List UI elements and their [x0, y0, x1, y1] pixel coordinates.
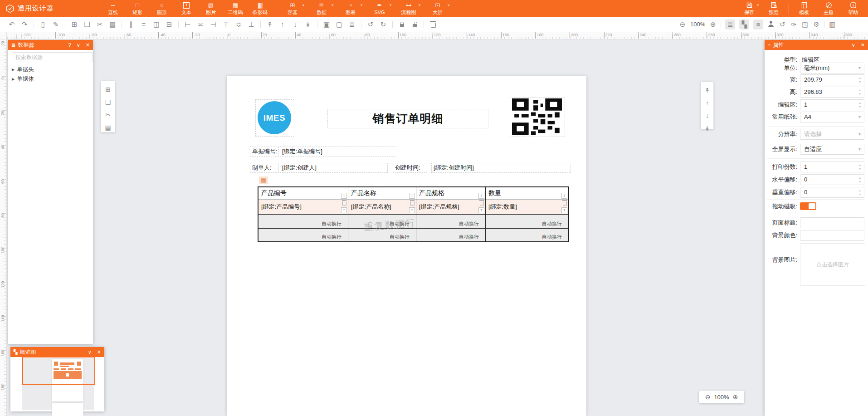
- cut-icon[interactable]: ✂: [104, 110, 112, 119]
- field-label[interactable]: 创建时间:: [393, 163, 427, 173]
- minimap-viewport[interactable]: [22, 357, 95, 385]
- detail-table[interactable]: 产品编号 产品名称 产品规格 数量 [绑定:产品编号] [绑定:产品名称] [绑…: [258, 186, 569, 242]
- align-bottom-icon[interactable]: ⊥: [248, 20, 255, 29]
- field-binding[interactable]: [绑定:单据编号]: [280, 147, 397, 157]
- height-input[interactable]: 296.83: [800, 87, 864, 98]
- stepper-icons[interactable]: [858, 88, 862, 97]
- cut-icon[interactable]: ✂: [96, 20, 103, 29]
- preview-button[interactable]: 预览: [761, 0, 786, 17]
- merge-layer-icon[interactable]: ≣: [348, 20, 356, 29]
- zoom-in-icon[interactable]: ⊕: [733, 393, 738, 401]
- field-binding[interactable]: [绑定:创建人]: [280, 163, 388, 173]
- zoom-in-icon[interactable]: ⊕: [709, 20, 717, 29]
- theme-button[interactable]: 主题: [816, 0, 841, 17]
- unlock-icon[interactable]: [411, 20, 418, 29]
- tool-barcode[interactable]: ∥∥条形码: [248, 0, 272, 17]
- widget-view-icon[interactable]: ▚: [739, 20, 749, 29]
- send-back-icon[interactable]: ↡: [704, 124, 711, 133]
- copy-icon[interactable]: ❏: [104, 98, 112, 107]
- send-back-icon[interactable]: ↡: [304, 20, 312, 29]
- layers-view-icon[interactable]: ≣: [725, 20, 735, 29]
- stepper-icons[interactable]: [858, 163, 862, 172]
- user-icon[interactable]: [767, 20, 775, 29]
- group-icon[interactable]: ▣: [323, 20, 330, 29]
- move-down-icon[interactable]: ↓: [704, 111, 711, 120]
- tool-chart[interactable]: ◔∨图表: [336, 0, 365, 17]
- close-icon[interactable]: ✕: [861, 40, 865, 50]
- tool-bigscreen[interactable]: ⊡∨大屏: [423, 0, 452, 17]
- qrcode-element[interactable]: [510, 97, 565, 137]
- field-label[interactable]: 单据编号:: [250, 147, 279, 157]
- outline-view-icon[interactable]: ≡: [753, 20, 763, 29]
- tool-rect[interactable]: □矩形: [125, 0, 150, 17]
- stepper-icons[interactable]: [858, 101, 862, 110]
- tool-circle[interactable]: ○圆形: [150, 0, 174, 17]
- stepper-icons[interactable]: [858, 76, 862, 85]
- tool-text[interactable]: T文本: [174, 0, 199, 17]
- trash-icon[interactable]: [410, 201, 414, 206]
- plugin-icon[interactable]: ◳: [801, 20, 809, 29]
- bring-front-icon[interactable]: ↟: [266, 20, 273, 29]
- align-center-icon[interactable]: ≍: [197, 20, 204, 29]
- equal-height-icon[interactable]: ⊟: [166, 20, 173, 29]
- collapse-icon[interactable]: ∨: [77, 40, 80, 50]
- trash-icon[interactable]: [342, 201, 346, 206]
- tree-item-header[interactable]: ▶ 单据头: [12, 65, 34, 74]
- panel-toggle-icon[interactable]: ▥: [829, 20, 836, 29]
- bring-front-icon[interactable]: ↟: [704, 86, 711, 95]
- bg-image-picker[interactable]: 点击选择图片: [800, 243, 865, 286]
- zoom-level[interactable]: 100%: [690, 20, 705, 29]
- header-cell[interactable]: 数量: [486, 187, 568, 200]
- trash-icon[interactable]: [480, 201, 484, 206]
- align-middle-icon[interactable]: ≎: [235, 20, 242, 29]
- settings-icon[interactable]: ⚙: [813, 20, 820, 29]
- overview-panel-header[interactable]: ▚ 概览图 ∨ ✕: [10, 347, 104, 357]
- paste-icon[interactable]: ▤: [109, 20, 116, 29]
- field-label[interactable]: 制单人:: [250, 163, 279, 173]
- bg-color-input[interactable]: [800, 230, 864, 241]
- width-input[interactable]: 209.79: [800, 74, 864, 85]
- new-page-icon[interactable]: ▯: [39, 20, 47, 29]
- header-cell[interactable]: 产品编号: [258, 187, 348, 200]
- close-icon[interactable]: ✕: [97, 347, 101, 357]
- unit-select[interactable]: 毫米(mm): [800, 63, 864, 73]
- delete-icon[interactable]: [429, 20, 437, 29]
- template-button[interactable]: 模板: [792, 0, 816, 17]
- copy-icon[interactable]: ❏: [83, 20, 91, 29]
- tool-qrcode[interactable]: ▦二维码: [223, 0, 248, 17]
- drag-snap-toggle[interactable]: [800, 202, 816, 210]
- data-cell[interactable]: 自动换行: [416, 229, 486, 241]
- binding-cell[interactable]: [绑定:产品名称]: [348, 200, 416, 214]
- stepper-icons[interactable]: [858, 188, 862, 197]
- field-binding[interactable]: [绑定:创建时间]: [431, 163, 571, 173]
- data-cell[interactable]: 自动换行: [486, 229, 568, 241]
- move-up-icon[interactable]: ↑: [704, 98, 711, 108]
- edit-area-input[interactable]: 1: [800, 99, 864, 110]
- offset-x-input[interactable]: 0: [800, 174, 864, 185]
- help-icon[interactable]: ?: [68, 40, 71, 50]
- move-down-icon[interactable]: ↓: [292, 20, 299, 29]
- collapse-icon[interactable]: ∨: [852, 40, 855, 50]
- align-top-icon[interactable]: ⊤: [222, 20, 229, 29]
- distribute-v-icon[interactable]: =: [140, 20, 147, 29]
- page-title-input[interactable]: [800, 217, 864, 228]
- zoom-out-icon[interactable]: ⊖: [705, 393, 711, 401]
- header-cell[interactable]: 产品规格: [416, 187, 486, 200]
- format-brush-icon[interactable]: ✎: [52, 20, 59, 29]
- header-cell[interactable]: 产品名称: [348, 187, 416, 200]
- caret-right-icon[interactable]: ▶: [12, 68, 15, 72]
- tool-container[interactable]: ⊞∨容器: [278, 0, 307, 17]
- trash-icon[interactable]: [563, 201, 567, 206]
- datasource-panel-header[interactable]: ≣ 数据源 ? ∨ ✕: [8, 40, 93, 50]
- binding-cell[interactable]: [绑定:产品规格]: [416, 200, 486, 214]
- rotate-right-icon[interactable]: ↻: [380, 20, 387, 29]
- close-icon[interactable]: ✕: [86, 40, 90, 50]
- offset-y-input[interactable]: 0: [800, 187, 864, 198]
- tool-image[interactable]: ▧图片: [199, 0, 223, 17]
- help-button[interactable]: ? 帮助: [841, 0, 865, 17]
- data-cell[interactable]: 自动换行: [486, 215, 568, 228]
- collapse-icon[interactable]: ∨: [88, 347, 92, 357]
- paper-select[interactable]: A4: [800, 112, 864, 122]
- save-button[interactable]: 保存 ∨: [737, 0, 761, 17]
- ungroup-icon[interactable]: ▢: [336, 20, 343, 29]
